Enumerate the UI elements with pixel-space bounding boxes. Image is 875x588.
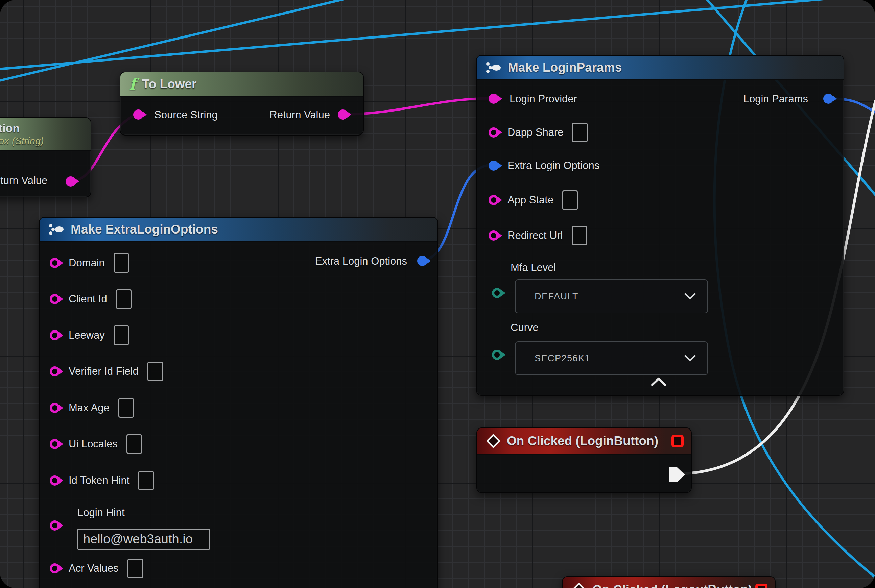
wire-tolower-to-login-provider[interactable]: [343, 98, 492, 114]
pin-login-hint-in[interactable]: [50, 520, 60, 531]
acr-values-value-field[interactable]: [128, 559, 143, 578]
pin-label-mfa-level: Mfa Level: [511, 261, 556, 274]
pin-return-value-out[interactable]: [66, 176, 76, 186]
curve-value: SECP256K1: [535, 353, 590, 364]
pin-id-token-hint-in[interactable]: [50, 476, 60, 486]
pin-label-verifier-id-field: Verifier Id Field: [69, 365, 138, 378]
pin-nub: [59, 405, 63, 411]
pin-nub: [143, 111, 147, 118]
pin-nub: [498, 129, 502, 135]
pin-label-extra-login-options: Extra Login Options: [508, 159, 600, 172]
app-state-value-field[interactable]: [562, 190, 578, 210]
function-icon: f: [129, 76, 136, 92]
wire-blue-diagonal-steep[interactable]: [0, 0, 361, 82]
blueprint-graph-canvas[interactable]: tion ox (String) eturn Value f To Lower …: [0, 0, 875, 588]
pin-curve-in[interactable]: [492, 350, 502, 360]
pin-nub: [347, 111, 351, 118]
node-title-clipped: tion: [0, 122, 20, 135]
pin-return-value-out[interactable]: [338, 110, 348, 120]
domain-value-field[interactable]: [114, 253, 129, 273]
pin-nub: [59, 368, 63, 374]
pin-nub: [59, 441, 63, 447]
blueprint-editor-screenshot: tion ox (String) eturn Value f To Lower …: [0, 0, 875, 588]
id-token-hint-value-field[interactable]: [138, 471, 154, 490]
pin-nub: [501, 352, 505, 358]
pin-label-login-params-out: Login Params: [743, 93, 808, 105]
pin-source-string-in[interactable]: [133, 110, 143, 120]
node-title: On Clicked (LogoutButton): [592, 583, 752, 588]
pin-label-domain: Domain: [69, 257, 105, 269]
pin-leeway-in[interactable]: [50, 330, 60, 340]
pin-domain-in[interactable]: [50, 258, 60, 268]
event-diamond-icon: [571, 582, 586, 588]
node-on-clicked-logout-button[interactable]: On Clicked (LogoutButton): [562, 576, 776, 588]
pin-label-client-id: Client Id: [69, 293, 107, 305]
login-hint-input[interactable]: hello@web3auth.io: [77, 528, 210, 550]
node-title: To Lower: [142, 77, 197, 91]
max-age-value-field[interactable]: [118, 398, 134, 418]
pin-verifier-id-field-in[interactable]: [50, 366, 60, 376]
redirect-url-value-field[interactable]: [572, 226, 587, 245]
exec-out-pin[interactable]: [669, 467, 685, 482]
pin-label-login-hint: Login Hint: [77, 507, 125, 519]
pin-label-curve: Curve: [511, 322, 538, 334]
pin-label-acr-values: Acr Values: [69, 562, 119, 574]
pin-nub: [59, 296, 63, 302]
pin-ui-locales-in[interactable]: [50, 439, 60, 449]
pin-label-extra-login-options-out: Extra Login Options: [315, 255, 407, 267]
pin-nub: [498, 96, 502, 102]
node-title: On Clicked (LoginButton): [507, 434, 658, 448]
dapp-share-value-field[interactable]: [572, 123, 588, 142]
pin-nub: [498, 162, 502, 169]
mfa-level-dropdown[interactable]: DEFAULT: [515, 279, 708, 313]
pin-label-source-string: Source String: [154, 109, 218, 121]
pin-nub: [427, 258, 431, 264]
collapse-chevron-up-icon[interactable]: [651, 378, 666, 386]
pin-max-age-in[interactable]: [50, 403, 60, 413]
pin-label-max-age: Max Age: [69, 402, 110, 414]
pin-extra-login-options-in[interactable]: [489, 160, 499, 171]
node-to-lower[interactable]: f To Lower Source String Return Value: [120, 72, 364, 135]
verifier-id-value-field[interactable]: [147, 362, 163, 381]
node-make-login-params[interactable]: Make LoginParams Login Provider Login Pa…: [476, 55, 844, 396]
chevron-down-icon: [684, 293, 696, 300]
delegate-pin[interactable]: [672, 435, 684, 447]
pin-dapp-share-in[interactable]: [489, 128, 499, 138]
node-make-extra-login-options[interactable]: Make ExtraLoginOptions Domain Extra Logi…: [39, 217, 438, 588]
pin-acr-values-in[interactable]: [50, 563, 60, 573]
make-struct-icon: [486, 62, 502, 74]
pin-nub: [59, 566, 63, 572]
pin-nub: [498, 232, 502, 238]
event-diamond-icon: [486, 434, 501, 448]
pin-nub: [498, 197, 502, 203]
pin-mfa-level-in[interactable]: [492, 288, 502, 298]
pin-client-id-in[interactable]: [50, 294, 60, 304]
pin-nub: [501, 290, 505, 296]
node-on-clicked-login-button[interactable]: On Clicked (LoginButton): [477, 428, 692, 493]
delegate-pin[interactable]: [755, 584, 767, 588]
pin-nub: [59, 260, 63, 266]
chevron-down-icon: [684, 355, 696, 362]
pin-label-app-state: App State: [508, 194, 553, 206]
ui-locales-value-field[interactable]: [126, 434, 142, 454]
pin-login-provider-in[interactable]: [489, 94, 499, 104]
pin-label-id-token-hint: Id Token Hint: [69, 474, 129, 487]
pin-login-params-out[interactable]: [823, 94, 833, 104]
pin-nub: [75, 178, 79, 184]
node-partial-getter[interactable]: tion ox (String) eturn Value: [0, 117, 91, 197]
leeway-value-field[interactable]: [114, 326, 129, 345]
pin-label-return-value-clipped: eturn Value: [0, 175, 47, 187]
curve-dropdown[interactable]: SECP256K1: [515, 341, 708, 375]
login-hint-value: hello@web3auth.io: [83, 532, 193, 546]
pin-label-leeway: Leeway: [69, 329, 105, 341]
mfa-level-value: DEFAULT: [535, 291, 579, 302]
node-title: Make ExtraLoginOptions: [71, 222, 218, 237]
node-subtitle-clipped: ox (String): [0, 135, 44, 147]
pin-nub: [59, 522, 63, 528]
pin-extra-login-options-out[interactable]: [417, 256, 427, 266]
client-id-value-field[interactable]: [116, 289, 132, 309]
pin-nub: [59, 332, 63, 338]
pin-label-dapp-share: Dapp Share: [508, 126, 563, 138]
pin-redirect-url-in[interactable]: [489, 231, 499, 241]
pin-app-state-in[interactable]: [489, 195, 499, 205]
